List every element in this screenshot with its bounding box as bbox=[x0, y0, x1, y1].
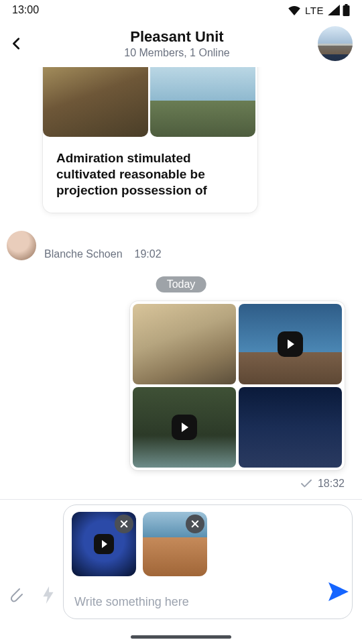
paperclip-icon bbox=[9, 586, 25, 604]
message-card[interactable]: Admiration stimulated cultivated reasona… bbox=[43, 67, 257, 213]
bolt-icon bbox=[42, 586, 54, 604]
status-time: 13:00 bbox=[12, 4, 39, 16]
pending-attachment-video[interactable] bbox=[72, 512, 136, 576]
message-media-grid[interactable] bbox=[130, 301, 345, 470]
attachment-tray bbox=[72, 512, 344, 576]
message-input[interactable]: Write something here bbox=[72, 592, 344, 612]
send-button[interactable] bbox=[328, 582, 349, 604]
network-label: LTE bbox=[305, 5, 324, 16]
send-icon bbox=[328, 582, 349, 601]
status-bar: 13:00 LTE bbox=[0, 0, 362, 20]
chat-title: Pleasant Unit bbox=[36, 28, 318, 46]
remove-attachment-button[interactable] bbox=[115, 515, 133, 533]
chat-canvas[interactable]: Admiration stimulated cultivated reasona… bbox=[0, 67, 362, 503]
attach-button[interactable] bbox=[9, 586, 25, 606]
signal-icon bbox=[328, 5, 340, 15]
chat-subtitle: 10 Members, 1 Online bbox=[36, 47, 318, 59]
back-button[interactable] bbox=[9, 36, 36, 51]
composer-area: Write something here bbox=[0, 500, 362, 644]
play-icon bbox=[172, 415, 197, 440]
day-divider: Today bbox=[156, 276, 206, 292]
play-icon bbox=[278, 331, 303, 357]
chevron-left-icon bbox=[9, 36, 24, 51]
header-titles[interactable]: Pleasant Unit 10 Members, 1 Online bbox=[36, 28, 318, 59]
composer[interactable]: Write something here bbox=[63, 504, 353, 619]
sender-avatar[interactable] bbox=[7, 231, 36, 260]
quick-action-button[interactable] bbox=[42, 586, 54, 606]
media-tile[interactable] bbox=[133, 304, 236, 384]
svg-rect-1 bbox=[345, 4, 348, 5]
group-avatar[interactable] bbox=[318, 26, 353, 61]
home-indicator bbox=[131, 635, 231, 639]
message-caption: Admiration stimulated cultivated reasona… bbox=[43, 137, 257, 213]
pending-attachment-image[interactable] bbox=[143, 512, 207, 576]
remove-attachment-button[interactable] bbox=[186, 515, 204, 533]
media-tile[interactable] bbox=[239, 387, 342, 468]
message-time: 19:02 bbox=[135, 248, 162, 260]
outgoing-message-meta: 18:32 bbox=[300, 478, 345, 490]
sent-check-icon bbox=[300, 479, 312, 488]
message-image[interactable] bbox=[150, 67, 255, 137]
media-tile-video[interactable] bbox=[133, 387, 236, 468]
chat-header: Pleasant Unit 10 Members, 1 Online bbox=[0, 20, 362, 67]
svg-rect-0 bbox=[343, 5, 350, 16]
message-image[interactable] bbox=[43, 67, 148, 137]
wifi-icon bbox=[288, 5, 301, 15]
media-tile-video[interactable] bbox=[239, 304, 342, 384]
status-tray: LTE bbox=[288, 4, 350, 16]
message-time: 18:32 bbox=[318, 478, 345, 490]
play-icon bbox=[94, 534, 114, 554]
message-meta: Blanche Schoen 19:02 bbox=[7, 231, 162, 260]
sender-name: Blanche Schoen bbox=[44, 248, 123, 260]
battery-icon bbox=[343, 4, 350, 16]
composer-divider bbox=[0, 499, 362, 500]
